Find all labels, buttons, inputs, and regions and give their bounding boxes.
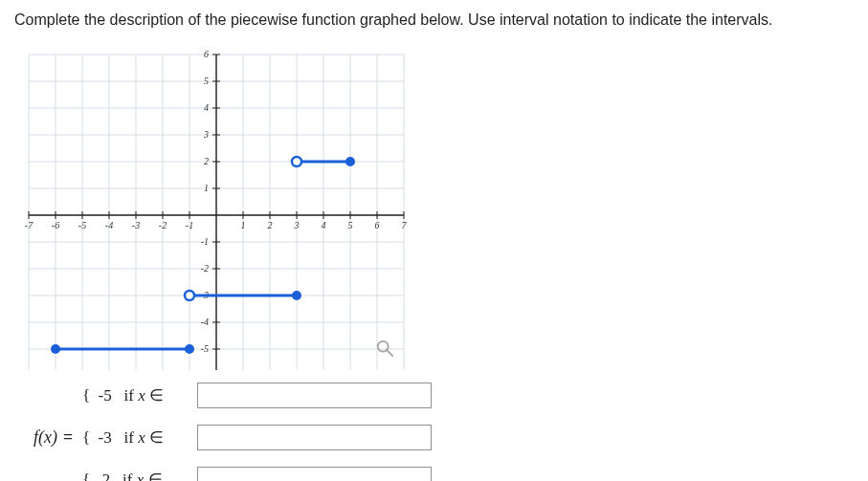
- svg-text:2: 2: [268, 220, 273, 230]
- svg-line-92: [388, 351, 392, 356]
- piecewise-graph: -7-6-5-4-3-2-11234567-6-5-4-3-2-1123456: [14, 45, 407, 370]
- svg-text:4: 4: [322, 220, 326, 230]
- svg-text:-6: -6: [52, 220, 59, 230]
- svg-text:-5: -5: [78, 220, 86, 230]
- interval-input-2[interactable]: [197, 425, 432, 450]
- svg-text:5: 5: [204, 76, 209, 86]
- svg-text:1: 1: [241, 220, 246, 230]
- svg-text:4: 4: [204, 102, 209, 113]
- svg-text:6: 6: [204, 49, 209, 59]
- svg-point-91: [378, 341, 389, 352]
- piece-label: { 2 if x ∈: [82, 470, 197, 481]
- piece-label: { -5 if x ∈: [82, 385, 197, 405]
- svg-point-89: [292, 157, 301, 166]
- svg-point-83: [51, 344, 60, 354]
- svg-point-86: [185, 291, 194, 300]
- svg-text:5: 5: [348, 220, 353, 230]
- svg-text:-1: -1: [186, 220, 193, 230]
- svg-text:3: 3: [203, 129, 209, 140]
- piece-label: { -3 if x ∈: [82, 427, 197, 448]
- piece-row: { -5 if x ∈: [82, 380, 432, 410]
- instructions-text: Complete the description of the piecewis…: [14, 10, 854, 31]
- svg-text:2: 2: [204, 156, 209, 166]
- svg-text:-2: -2: [201, 263, 209, 273]
- pieces-column: { -5 if x ∈ { -3 if x ∈ { 2 if x ∈: [82, 380, 432, 481]
- function-definition: f(x) = { -5 if x ∈ { -3 if x ∈ { 2 if x …: [33, 380, 854, 481]
- svg-text:-2: -2: [159, 220, 167, 230]
- piece-row: { 2 if x ∈: [82, 464, 432, 481]
- svg-text:-3: -3: [132, 220, 140, 230]
- svg-point-84: [185, 344, 194, 354]
- svg-point-87: [292, 291, 301, 300]
- svg-text:7: 7: [402, 220, 408, 230]
- equals-sign: =: [63, 427, 73, 447]
- magnifier-icon[interactable]: [376, 339, 393, 357]
- svg-text:-4: -4: [201, 317, 209, 327]
- svg-text:-1: -1: [201, 236, 209, 247]
- function-name: f(x): [33, 427, 57, 448]
- svg-text:1: 1: [204, 183, 209, 193]
- svg-point-90: [345, 157, 355, 166]
- interval-input-1[interactable]: [197, 383, 432, 408]
- grid-plot: -7-6-5-4-3-2-11234567-6-5-4-3-2-1123456: [14, 45, 407, 370]
- piece-row: { -3 if x ∈: [82, 422, 432, 452]
- svg-text:-4: -4: [105, 220, 113, 230]
- svg-text:6: 6: [375, 220, 380, 230]
- interval-input-3[interactable]: [197, 467, 432, 481]
- svg-text:3: 3: [294, 220, 300, 230]
- svg-text:-5: -5: [201, 343, 209, 354]
- svg-text:-7: -7: [25, 220, 33, 230]
